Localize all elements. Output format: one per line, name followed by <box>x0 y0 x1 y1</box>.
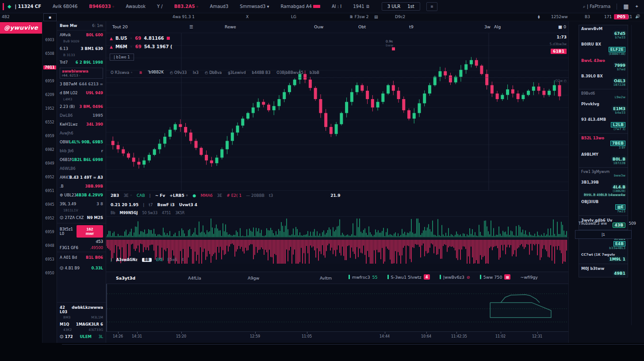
detail-row-11[interactable]: OBJ3IUB▦E7w23 <box>579 198 628 215</box>
detail-row-3[interactable]: B.39L0 BXO4L31B722B <box>579 73 628 88</box>
cluster-tab-4[interactable]: ~wfi9gy <box>520 275 537 280</box>
chart-header-item-2[interactable]: Rewe <box>225 24 236 29</box>
legend-tab[interactable]: | b1we 1 <box>110 54 134 61</box>
time-axis[interactable]: 14:2614:3115:2012:5911:0514:4410:6411:42… <box>106 331 568 340</box>
tab-2[interactable]: A9gw <box>248 276 259 280</box>
chart-header-item-7[interactable]: Alg <box>494 24 501 29</box>
detail-row-6[interactable]: 93 4L3.4MBL2LB(7w7 3) <box>579 116 628 132</box>
watchlist-row[interactable]: A6WLB6 <box>57 164 106 173</box>
watchlist-row[interactable]: AMvikB0L 600 <box>57 31 106 39</box>
indicator-item-7[interactable]: b44BB B3 <box>252 70 271 75</box>
menu-item-0[interactable]: Avik 6B046 <box>53 4 77 9</box>
menu-item-1[interactable]: B946033 ◦ <box>89 4 114 9</box>
detail-row-9[interactable]: Fvw1 3gMywvmbww3w <box>579 169 628 179</box>
menu-item-5[interactable]: Amaud3 <box>210 4 229 9</box>
watchlist-row[interactable]: O6B1N9M1B2L B6L 6998 <box>57 155 106 164</box>
watchlist-row[interactable]: ⚙ UBL234B3B 4.29V9 <box>57 191 106 200</box>
indicator-item-8[interactable]: O3BjbBBwvA5 <box>276 70 303 75</box>
watchlist-row[interactable]: 39L 3.493 8 <box>57 200 106 208</box>
cluster-tab-0[interactable]: mwfrsc355 <box>349 275 378 280</box>
detail-row-7[interactable]: B52L 13wo7BEB3 BY <box>579 134 628 151</box>
watchlist-row[interactable]: OBWML4L% 90B, 69B5 <box>57 138 106 146</box>
detail-row-10[interactable]: 3B1,39B4L4.B(1BB2B)B99L.B 49BLB b4www4w <box>579 179 628 198</box>
detail-row-8[interactable]: A9BLMYB0L.B1B722B <box>579 151 628 166</box>
toolbar2-item-1[interactable]: X <box>246 15 249 19</box>
cluster-tab-2[interactable]: |wwBv6z3⊘ <box>440 275 470 280</box>
sparkle-icon[interactable]: ✦ <box>635 4 639 9</box>
menu-item-4[interactable]: B83.2A5 ◦ <box>174 4 199 9</box>
chart-header-item-6[interactable]: 3w <box>484 24 491 29</box>
indicator-item-1[interactable]: 🗎 <box>139 70 143 75</box>
watchlist-row[interactable]: ☺ 4.B1 B90.33L <box>57 263 106 273</box>
toolbar2-item-3[interactable]: 🗎 F3sw 2 <box>349 15 368 19</box>
indicator-item-5[interactable]: ◴ DbBva <box>205 70 222 75</box>
menu-item-3[interactable]: Y / <box>157 4 163 9</box>
indicator-item-6[interactable]: g3Lewivd <box>228 70 245 75</box>
indicator-item-0[interactable]: O R3swva ◦ <box>111 70 133 75</box>
indicator-item-9[interactable]: b3bB <box>310 70 319 75</box>
toolbar2-item-7[interactable]: 1252ww <box>551 15 568 19</box>
range-right[interactable]: 1st <box>407 4 414 9</box>
detail-row-2[interactable]: BwvL 43wo7999b7wd <box>579 57 628 73</box>
watchlist-row[interactable]: A A01 BdB1L B06 <box>57 252 106 263</box>
chart-header-item-1[interactable]: ☰ <box>189 24 193 29</box>
indicator-item-3[interactable]: ◴ O9v33 <box>170 70 187 75</box>
chart-header-item-8[interactable]: ■ 0 <box>558 24 566 29</box>
detail-row-4[interactable]: B9Bvd6L9w2w <box>579 90 628 100</box>
chart-header-item-4[interactable]: Obt <box>358 24 366 29</box>
search-box[interactable]: ⌕ | FaPtrama <box>583 4 610 9</box>
cluster-tab-1[interactable]: S-3wu1 5lvwtz4 <box>387 274 430 280</box>
cluster-tab-3[interactable]: 5ww 750▦ <box>480 274 511 280</box>
watchlist-row[interactable]: DwLB61995 <box>57 111 106 120</box>
detail-row-14[interactable]: CC7wt (1K 7wgvIv1M9L 1 <box>579 251 628 263</box>
tab-1[interactable]: A4fLIa <box>188 276 201 280</box>
watchlist-row[interactable]: AvwJh6 <box>57 129 106 138</box>
detail-row-5[interactable]: PIvvkIvgE1M3b4w33 <box>579 100 628 116</box>
watchlist-row[interactable]: 2.23 (B)3 BM, 0496 <box>57 102 106 111</box>
watchlist-row[interactable]: ☺ 27ZA CXZN9 M2S <box>57 213 106 222</box>
chart-header-item-0[interactable]: Tout 20 <box>112 24 128 29</box>
brand-logo[interactable]: @ywuvive <box>0 22 42 34</box>
ticket-row2-label: F3G1 GF6 <box>60 246 78 250</box>
menu-item-6[interactable]: Smmwsad3 ▾ <box>240 4 269 9</box>
toolbar2-item-6[interactable]: ⧫ <box>538 15 540 19</box>
watchlist-row[interactable]: Trd76 2 B9L 1998 <box>57 58 106 67</box>
pro-button[interactable]: P05 <box>614 14 629 19</box>
panel-input[interactable] <box>575 230 632 239</box>
chart-header-item-3[interactable]: Ouw <box>314 24 323 29</box>
watchlist-row[interactable]: KwH1Lwz34L 390 <box>57 120 106 129</box>
detail-row-1[interactable]: B0IRU BXELF2E(EBB6T3B) <box>579 41 628 57</box>
toolbar2-item-4[interactable]: ▤ <box>374 15 378 19</box>
watchlist-row[interactable]: d BM LO2U9L 949 <box>57 88 106 97</box>
detail-row-15[interactable]: M0J b3tww49B1 <box>579 265 628 277</box>
target-tool-button[interactable]: ⌗ <box>426 2 438 11</box>
detail-row-0[interactable]: AwwvBvM67d5b7w33 <box>579 25 628 41</box>
speaker-icon[interactable]: 🔊 <box>635 14 640 19</box>
grid-apps-icon[interactable]: ▦ <box>623 3 629 10</box>
toolbar2-item-0[interactable]: 4wa 91.3 1 <box>172 15 195 19</box>
chart-header-item-5[interactable]: t9 <box>409 24 414 29</box>
tab-3[interactable]: AvItm <box>320 276 332 280</box>
watchlist-row[interactable]: .B3BB.99B <box>57 182 106 191</box>
toolbar2-item-2[interactable]: LG <box>291 15 296 19</box>
menu-item-9[interactable]: 1941 🗎 <box>353 4 370 9</box>
watchlist-row[interactable]: 6.133 BM1 630 <box>57 44 106 53</box>
tab-0[interactable]: Sa3yt3d <box>116 276 135 280</box>
sell-button[interactable]: 162 mwr <box>77 225 103 238</box>
watchlist-row[interactable]: bkb Jb6r <box>57 146 106 155</box>
detail-label: 93 4L3.4MB <box>581 117 625 122</box>
indicator-item-4[interactable]: Ix3 <box>193 70 199 75</box>
menu-item-8[interactable]: Al : I <box>332 4 341 9</box>
vol-box[interactable]: BB <box>142 258 152 262</box>
indicator-item-2[interactable]: ⷫb9BB2K <box>149 70 164 75</box>
watchlist-timeframe[interactable]: 6: 1m <box>92 23 103 28</box>
watchlist-row[interactable]: AM41 BB.43 1 49T = A3 <box>57 173 106 182</box>
toolbar2-item-5[interactable]: D9c2 <box>395 15 405 19</box>
range-selector[interactable]: 3 ULR 1st <box>382 2 420 11</box>
range-left[interactable]: 3 ULR <box>387 4 400 9</box>
watchlist-row[interactable]: 3 BB7wM644 6213 = <box>57 80 106 88</box>
menu-item-7[interactable]: Ramabgad A4 <box>281 4 320 9</box>
chart-area[interactable]: ▲ B.U5 ◦ 69 4.81166 ▲ M6M ◦ 69 54.3 1967… <box>106 33 568 190</box>
layout-toggle-button[interactable]: ▪ <box>43 13 57 21</box>
menu-item-2[interactable]: Awaubsk <box>126 4 146 9</box>
